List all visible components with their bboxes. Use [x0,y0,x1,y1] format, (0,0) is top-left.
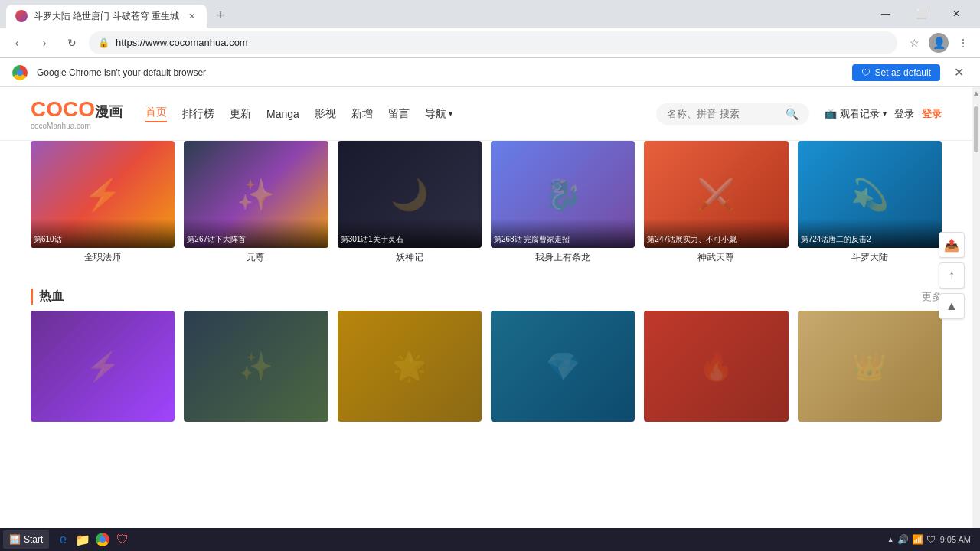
manga-card-6[interactable]: 💫 第724话唐二的反击2 斗罗大陆 [798,141,942,264]
hot-section-header: 热血 更多 [31,279,942,311]
hot-cover-1: ⚡ [31,311,175,422]
up-arrow-tray[interactable]: ▲ [887,536,894,543]
start-label: Start [24,534,43,545]
folder-taskbar-icon[interactable]: 📁 [74,530,92,549]
menu-icon[interactable]: ⋮ [952,32,974,54]
taskbar: 🪟 Start e 📁 🛡 ▲ 🔊 📶 🛡 9:05 AM [0,528,980,551]
manga-badge-5: 第247话展实力、不可小觑 [647,234,785,245]
nav-home[interactable]: 首页 [145,106,167,122]
nav-video[interactable]: 影视 [315,107,336,121]
profile-icon[interactable]: 👤 [928,32,949,54]
tab-close-button[interactable]: ✕ [185,10,198,22]
cover-overlay-5: 第247话展实力、不可小觑 [644,219,788,248]
cover-overlay-3: 第301话1关于灵石 [338,219,482,248]
back-button[interactable]: ‹ [6,32,28,54]
chrome-taskbar-icon[interactable] [93,530,112,549]
default-browser-banner: Google Chrome isn't your default browser… [0,58,980,87]
antivirus-taskbar-icon[interactable]: 🛡 [113,530,132,549]
nav-message[interactable]: 留言 [388,107,410,121]
tab-favicon [15,10,28,22]
system-clock[interactable]: 9:05 AM [940,534,971,545]
top-float-button[interactable]: ↑ [939,262,965,289]
manga-cover-4: 🐉 第268话 完腐曹家走招 [491,141,635,248]
toolbar-icons: ☆ 👤 ⋮ [903,32,974,54]
new-tab-button[interactable]: + [210,5,231,26]
network-icon[interactable]: 📶 [912,534,923,545]
hot-card-5[interactable]: 🔥 [644,311,788,422]
forward-button[interactable]: › [34,32,55,54]
hot-cover-4: 💎 [491,311,635,422]
banner-close-button[interactable]: ✕ [949,64,968,82]
avatar: 👤 [929,33,949,53]
tray-icons: ▲ 🔊 📶 🛡 [887,534,936,545]
login-button[interactable]: 登录 [894,107,914,121]
chrome-logo [12,65,28,80]
search-input[interactable] [667,108,779,119]
start-button[interactable]: 🪟 Start [3,530,49,549]
watch-history-link[interactable]: 📺 观看记录 ▾ [825,107,887,121]
manga-card-1[interactable]: ⚡ 第610话 全职法师 [31,141,175,264]
nav-manga[interactable]: Manga [266,108,299,120]
hot-card-2[interactable]: ✨ [184,311,328,422]
cover-overlay-4: 第268话 完腐曹家走招 [491,219,635,248]
bookmark-icon[interactable]: ☆ [903,32,925,54]
maximize-button[interactable]: ⬜ [903,2,939,26]
register-button[interactable]: 登录 [922,107,942,121]
page-scrollbar[interactable]: ▲ ▼ [972,87,980,551]
scrollbar-thumb [974,106,978,152]
site-nav: 首页 排行榜 更新 Manga 影视 新增 留言 导航 ▾ [145,106,452,122]
nav-update[interactable]: 更新 [230,107,251,121]
manga-card-5[interactable]: ⚔️ 第247话展实力、不可小觑 神武天尊 [644,141,788,264]
scrollbar-up[interactable]: ▲ [971,87,980,99]
nav-navigation[interactable]: 导航 ▾ [425,107,452,121]
ie-taskbar-icon[interactable]: e [54,530,72,549]
hot-cover-3: 🌟 [338,311,482,422]
nav-ranking[interactable]: 排行榜 [182,107,214,121]
share-float-button[interactable]: 📤 [939,232,965,258]
url-bar[interactable]: 🔒 https://www.cocomanhua.com [89,31,897,54]
history-icon: 📺 [825,108,837,119]
search-area: 🔍 [468,103,809,125]
minimize-button[interactable]: — [868,2,903,26]
manga-card-3[interactable]: 🌙 第301话1关于灵石 妖神记 [338,141,482,264]
nav-new[interactable]: 新增 [351,107,373,121]
address-bar: ‹ › ↻ 🔒 https://www.cocomanhua.com ☆ 👤 ⋮ [0,28,980,58]
shield-icon: 🛡 [861,67,871,78]
manga-cover-3: 🌙 第301话1关于灵石 [338,141,482,248]
float-buttons: 📤 ↑ ▲ [939,232,965,319]
site-search-bar[interactable]: 🔍 [656,103,809,125]
url-text: https://www.cocomanhua.com [116,37,888,48]
manga-cover-6: 💫 第724话唐二的反击2 [798,141,942,248]
manga-card-2[interactable]: ✨ 第267话下大阵首 元尊 [184,141,328,264]
search-icon[interactable]: 🔍 [786,108,799,120]
manga-title-1: 全职法师 [31,251,175,264]
close-button[interactable]: ✕ [939,2,974,26]
lock-icon: 🔒 [98,37,109,48]
chrome-window: 斗罗大陆 绝世唐门 斗破苍穹 重生城 ✕ + — ⬜ ✕ ‹ › ↻ 🔒 htt… [0,0,980,551]
manga-badge-6: 第724话唐二的反击2 [801,234,939,245]
hot-card-6[interactable]: 👑 [798,311,942,422]
site-header: COCO 漫画 cocoManhua.com 首页 排行榜 更新 Manga 影… [0,87,972,141]
hot-card-3[interactable]: 🌟 [338,311,482,422]
manga-card-4[interactable]: 🐉 第268话 完腐曹家走招 我身上有条龙 [491,141,635,264]
reload-button[interactable]: ↻ [61,32,83,54]
taskbar-items: e 📁 🛡 [51,530,879,549]
website-content: COCO 漫画 cocoManhua.com 首页 排行榜 更新 Manga 影… [0,87,972,551]
start-icon: 🪟 [9,534,21,545]
manga-badge-4: 第268话 完腐曹家走招 [494,234,632,245]
hot-card-1[interactable]: ⚡ [31,311,175,422]
site-logo[interactable]: COCO 漫画 cocoManhua.com [31,97,122,130]
taskbar-right: ▲ 🔊 📶 🛡 9:05 AM [881,534,977,545]
scrollbar-track[interactable] [974,99,978,540]
hot-cover-6: 👑 [798,311,942,422]
up-float-button[interactable]: ▲ [939,293,965,319]
set-default-button[interactable]: 🛡 Set as default [852,64,940,81]
active-tab[interactable]: 斗罗大陆 绝世唐门 斗破苍穹 重生城 ✕ [6,5,207,28]
volume-icon[interactable]: 🔊 [897,534,909,545]
security-icon[interactable]: 🛡 [926,534,936,545]
top-manga-grid: ⚡ 第610话 全职法师 ✨ 第267话下大阵首 [31,141,942,264]
hot-card-4[interactable]: 💎 [491,311,635,422]
manga-title-5: 神武天尊 [644,251,788,264]
logo-subtitle: cocoManhua.com [31,122,91,130]
hot-manga-grid: ⚡ ✨ 🌟 💎 [31,311,942,422]
